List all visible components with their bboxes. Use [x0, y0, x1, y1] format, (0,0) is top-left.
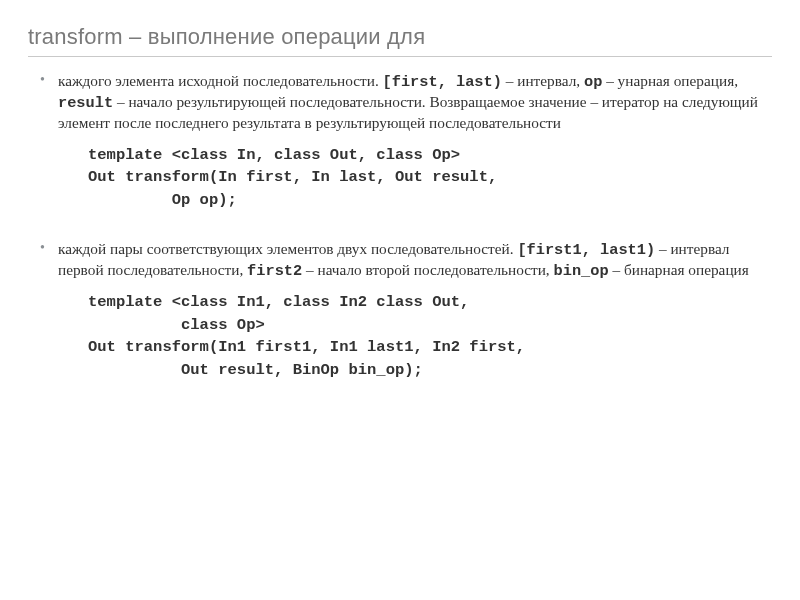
bullet-item: каждой пары соответствующих элементов дв… [28, 239, 772, 281]
code-line: template <class In, class Out, class Op> [88, 146, 460, 164]
code-block: template <class In, class Out, class Op>… [88, 144, 772, 211]
spacer [28, 227, 772, 239]
code-line: Out transform(In first, In last, Out res… [88, 168, 497, 186]
bullet-item: каждого элемента исходной последовательн… [28, 71, 772, 134]
code-line: Op op); [88, 191, 237, 209]
bullet-text: – бинарная операция [609, 261, 749, 278]
bullet-text: каждой пары соответствующих элементов дв… [58, 240, 517, 257]
code-line: Out transform(In1 first1, In1 last1, In2… [88, 338, 525, 356]
code-line: class Op> [88, 316, 265, 334]
inline-code: [first1, last1) [517, 241, 655, 259]
bullet-text: – начало второй последовательности, [302, 261, 553, 278]
slide-body: каждого элемента исходной последовательн… [28, 59, 772, 381]
inline-code: op [584, 73, 602, 91]
slide: transform – выполнение операции для кажд… [0, 0, 800, 600]
bullet-text: – унарная операция, [602, 72, 738, 89]
bullet-text: каждого элемента исходной последовательн… [58, 72, 383, 89]
inline-code: bin_op [554, 262, 609, 280]
inline-code: result [58, 94, 113, 112]
slide-title: transform – выполнение операции для [28, 24, 772, 57]
bullet-text: – интервал, [502, 72, 584, 89]
inline-code: [first, last) [383, 73, 502, 91]
code-line: template <class In1, class In2 class Out… [88, 293, 469, 311]
code-block: template <class In1, class In2 class Out… [88, 291, 772, 381]
bullet-text: – начало результирующей последовательнос… [58, 93, 758, 131]
inline-code: first2 [247, 262, 302, 280]
code-line: Out result, BinOp bin_op); [88, 361, 423, 379]
